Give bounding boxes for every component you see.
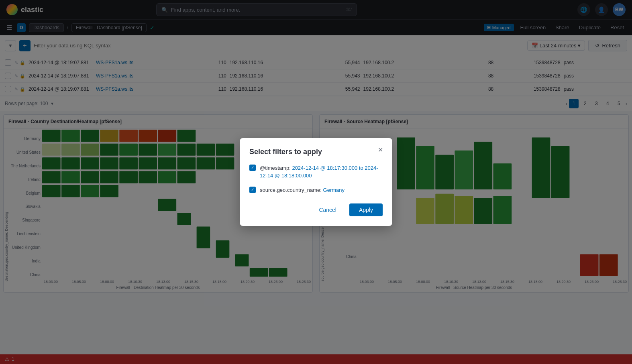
filter-modal: ✕ Select filters to apply ✓ @timestamp: … (240, 138, 392, 226)
checkbox-check-icon: ✓ (251, 165, 254, 170)
modal-overlay: ✕ Select filters to apply ✓ @timestamp: … (0, 0, 632, 296)
cancel-button[interactable]: Cancel (311, 203, 345, 216)
checkbox-check-icon-2: ✓ (251, 187, 254, 192)
filter-label-1: @timestamp: (260, 165, 291, 171)
apply-button[interactable]: Apply (349, 203, 383, 216)
modal-actions: Cancel Apply (249, 203, 383, 216)
filter-text-1: @timestamp: 2024-12-14 @ 18:17:30.000 to… (260, 164, 383, 180)
filter-checkbox-1[interactable]: ✓ (249, 165, 256, 171)
filter-text-2: source.geo.country_name: Germany (260, 186, 345, 194)
filter-label-2: source.geo.country_name: (260, 187, 322, 193)
modal-title: Select filters to apply (249, 148, 383, 156)
modal-close-btn[interactable]: ✕ (375, 144, 386, 156)
filter-value-2: Germany (323, 187, 345, 193)
filter-option-1: ✓ @timestamp: 2024-12-14 @ 18:17:30.000 … (249, 164, 383, 180)
filter-checkbox-2[interactable]: ✓ (249, 187, 256, 193)
filter-option-2: ✓ source.geo.country_name: Germany (249, 186, 383, 194)
